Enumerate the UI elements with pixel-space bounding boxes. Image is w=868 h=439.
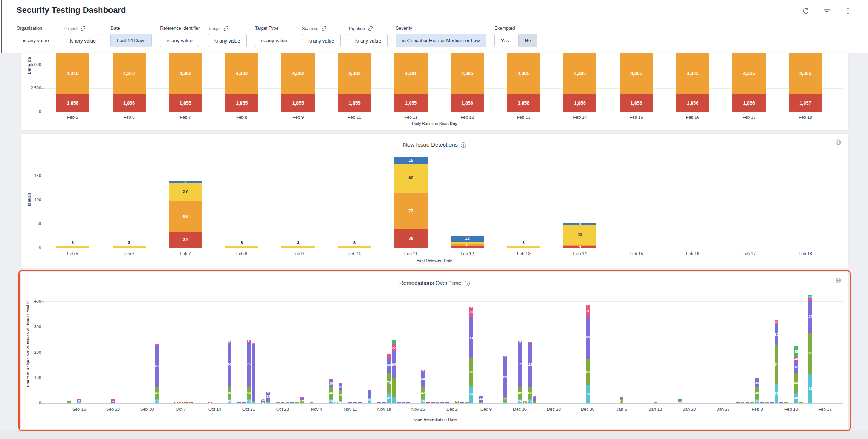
bar-segment[interactable] (329, 399, 333, 403)
bar-segment[interactable] (775, 384, 778, 403)
bar-segment[interactable] (174, 402, 178, 402)
bar-segment-medium[interactable] (563, 225, 596, 245)
bar-segment-red[interactable] (451, 94, 484, 112)
bar-segment-orange[interactable] (563, 53, 596, 94)
filter-value-button[interactable]: is any value (17, 34, 55, 47)
bar-segment[interactable] (426, 402, 430, 403)
kebab-menu-icon[interactable] (844, 7, 852, 15)
bar-segment[interactable] (155, 399, 159, 403)
bar-segment[interactable] (242, 402, 246, 403)
bar-segment[interactable] (518, 387, 522, 399)
bar-segment[interactable] (794, 361, 798, 373)
bar-segment[interactable] (290, 402, 294, 403)
bar-segment-red[interactable] (676, 94, 709, 112)
filter-value-button[interactable]: Last 14 Days (110, 34, 152, 47)
bar-segment[interactable] (111, 399, 115, 401)
bar-segment[interactable] (620, 397, 623, 398)
bar-segment[interactable] (387, 354, 391, 358)
bar-segment-red[interactable] (281, 94, 315, 112)
bar-segment[interactable] (586, 305, 590, 306)
bar-segment[interactable] (794, 393, 798, 403)
bar-segment-orange[interactable] (113, 53, 146, 94)
bar-segment[interactable] (339, 384, 342, 390)
bar-segment[interactable] (736, 402, 740, 403)
filter-value-button[interactable]: is any value (64, 34, 102, 47)
bar-segment[interactable] (155, 387, 159, 399)
bar-segment[interactable] (353, 402, 357, 403)
bar-segment[interactable] (339, 390, 342, 401)
bar-segment[interactable] (392, 378, 396, 397)
bar-segment[interactable] (208, 402, 212, 403)
bar-segment[interactable] (77, 400, 81, 402)
info-icon[interactable]: i (465, 281, 470, 286)
bar-segment-red[interactable] (507, 94, 540, 112)
bar-segment[interactable] (247, 387, 251, 399)
bar-segment[interactable] (339, 383, 342, 384)
bar-segment[interactable] (586, 317, 590, 359)
bar-segment[interactable] (469, 307, 473, 307)
bar-segment[interactable] (387, 373, 391, 393)
bar-segment[interactable] (620, 398, 623, 399)
bar-segment[interactable] (300, 397, 304, 398)
bar-segment[interactable] (179, 402, 183, 402)
bar-segment[interactable] (387, 393, 391, 403)
bar-segment[interactable] (339, 401, 342, 403)
filter-value-button[interactable]: is Critical or High or Medium or Low (396, 34, 486, 47)
bar-segment[interactable] (266, 401, 270, 402)
bar-segment-red[interactable] (338, 94, 371, 112)
bar-segment[interactable] (377, 402, 381, 403)
bar-segment[interactable] (189, 402, 193, 402)
bar-segment[interactable] (266, 392, 270, 393)
bar-segment[interactable] (445, 402, 449, 403)
bar-segment-red[interactable] (56, 94, 89, 112)
bar-segment[interactable] (261, 399, 265, 402)
bar-segment[interactable] (286, 402, 289, 403)
bar-segment[interactable] (421, 371, 425, 387)
bar-segment-red[interactable] (169, 94, 202, 112)
bar-segment[interactable] (596, 403, 599, 404)
bar-segment[interactable] (479, 402, 483, 403)
bar-segment[interactable] (208, 402, 212, 402)
bar-segment-orange[interactable] (451, 53, 484, 94)
bar-segment[interactable] (440, 402, 444, 403)
bar-segment[interactable] (469, 386, 473, 403)
bar-segment[interactable] (281, 402, 284, 403)
bar-segment-orange[interactable] (225, 53, 258, 94)
bar-segment[interactable] (368, 390, 371, 398)
bar-segment[interactable] (620, 399, 623, 403)
bar-segment[interactable] (295, 402, 299, 403)
bar-segment[interactable] (755, 378, 759, 379)
bar-segment-medium[interactable] (451, 242, 484, 244)
bar-segment[interactable] (329, 380, 333, 387)
bar-segment[interactable] (784, 402, 788, 403)
bar-segment[interactable] (406, 402, 410, 403)
bar-segment[interactable] (247, 399, 251, 403)
bar-segment-red[interactable] (732, 94, 766, 112)
bar-segment[interactable] (421, 370, 425, 371)
bar-segment[interactable] (436, 402, 439, 403)
bar-segment[interactable] (101, 403, 105, 404)
bar-segment[interactable] (310, 402, 313, 403)
filter-value-button[interactable]: is any value (208, 34, 247, 47)
bar-segment[interactable] (760, 402, 764, 403)
bar-segment[interactable] (392, 397, 396, 403)
filter-icon[interactable] (823, 7, 831, 15)
bar-segment[interactable] (431, 402, 435, 403)
bar-segment[interactable] (300, 398, 304, 399)
filter-value-button[interactable]: is any value (349, 34, 388, 47)
bar-segment-high[interactable] (451, 244, 484, 247)
bar-segment[interactable] (721, 403, 725, 404)
bar-segment[interactable] (533, 397, 536, 401)
filter-value-button[interactable]: is any value (255, 34, 294, 47)
bar-segment[interactable] (469, 317, 473, 359)
bar-segment[interactable] (455, 401, 459, 402)
bar-segment[interactable] (387, 358, 391, 373)
bar-segment[interactable] (184, 402, 188, 403)
bar-segment[interactable] (518, 399, 522, 403)
bar-segment[interactable] (155, 345, 159, 387)
bar-segment[interactable] (586, 306, 590, 317)
refresh-icon[interactable] (802, 7, 810, 15)
bar-segment[interactable] (808, 333, 812, 374)
bar-segment[interactable] (368, 398, 371, 403)
bar-segment[interactable] (300, 400, 304, 403)
